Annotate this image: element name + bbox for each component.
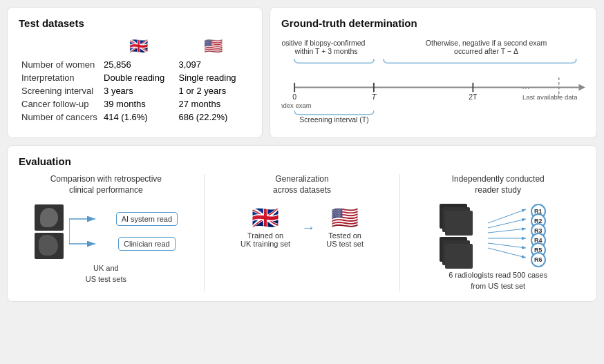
svg-text:2T: 2T (469, 93, 478, 101)
us-value: 27 months (176, 97, 251, 111)
eval-col-generalization: Generalizationacross datasets 🇬🇧 Trained… (215, 174, 390, 291)
table-row: Interpretation Double reading Single rea… (19, 71, 251, 84)
svg-text:...: ... (522, 81, 529, 91)
svg-text:Last available data: Last available data (522, 93, 578, 101)
evaluation-content: Comparison with retrospectiveclinical pe… (19, 174, 585, 291)
us-flag: 🇺🇸 (176, 36, 251, 58)
ground-truth-panel: Ground-truth determination Positive if b… (270, 7, 597, 138)
row-label: Number of women (19, 58, 101, 71)
eval-col1-title: Comparison with retrospectiveclinical pe… (50, 174, 162, 195)
eval-col1-bottom: UK andUS test sets (86, 263, 126, 285)
table-row: Screening interval 3 years 1 or 2 years (19, 84, 251, 97)
uk-value: 25,856 (101, 58, 176, 71)
svg-line-31 (488, 248, 526, 258)
uk-value: 39 months (101, 97, 176, 111)
row-label: Interpretation (19, 71, 101, 84)
svg-text:Index exam: Index exam (281, 102, 312, 109)
mammo-images (35, 204, 64, 259)
svg-text:occurred after T − Δ: occurred after T − Δ (454, 47, 518, 55)
row-label: Cancer follow-up (19, 97, 101, 111)
read-boxes: AI system read Clinician read (116, 212, 178, 251)
table-row: Number of women 25,856 3,097 (19, 58, 251, 71)
uk-value: 414 (1.6%) (101, 111, 176, 124)
svg-line-27 (488, 219, 526, 228)
ai-read-box: AI system read (116, 212, 178, 226)
svg-line-28 (488, 229, 526, 233)
generalization-diagram: 🇬🇧 Trained onUK training set → 🇺🇸 Tested… (240, 207, 364, 248)
mammogram-top (35, 204, 64, 231)
reader-lines-svg (488, 204, 557, 266)
reader-lines-container: R1R2R3R4R5R6 (488, 204, 557, 266)
eval-col-comparison: Comparison with retrospectiveclinical pe… (19, 174, 194, 291)
mammogram-bottom (35, 233, 64, 259)
svg-text:0: 0 (292, 93, 296, 101)
us-value: Single reading (176, 71, 251, 84)
ai-diagram: AI system read Clinician read (35, 204, 178, 259)
evaluation-title: Evaluation (19, 155, 585, 167)
table-row: Cancer follow-up 39 months 27 months (19, 97, 251, 111)
svg-text:Screening interval (T): Screening interval (T) (299, 115, 369, 124)
svg-text:Positive if biopsy-confirmed: Positive if biopsy-confirmed (281, 39, 366, 47)
eval-col-reader-study: Independently conductedreader study (410, 174, 585, 291)
eval-col3-title: Independently conductedreader study (452, 174, 545, 195)
gen-us-label: Tested onUS test set (326, 231, 364, 248)
eval-col2-title: Generalizationacross datasets (273, 174, 331, 195)
clinician-read-box: Clinician read (118, 237, 176, 251)
row-label: Screening interval (19, 84, 101, 97)
test-datasets-title: Test datasets (19, 17, 251, 29)
ground-truth-title: Ground-truth determination (281, 17, 585, 29)
gen-us-flag: 🇺🇸 (331, 207, 359, 229)
reader-circle-r6: R6 (531, 252, 546, 267)
us-value: 1 or 2 years (176, 84, 251, 97)
test-datasets-panel: Test datasets 🇬🇧 🇺🇸 Number of women 25,8… (7, 7, 263, 138)
uk-flag-col: 🇬🇧 Trained onUK training set (240, 207, 290, 248)
uk-value: Double reading (101, 71, 176, 84)
svg-text:within T + 3 months: within T + 3 months (294, 47, 357, 55)
uk-flag: 🇬🇧 (101, 36, 176, 58)
us-flag-col: 🇺🇸 Tested onUS test set (326, 207, 364, 248)
gen-uk-label: Trained onUK training set (240, 231, 290, 248)
svg-text:T: T (371, 93, 377, 101)
reader-mammo-6 (445, 244, 473, 269)
eval-col3-bottom: 6 radiologists read 500 casesfrom US tes… (449, 270, 547, 291)
table-row: Number of cancers 414 (1.6%) 686 (22.2%) (19, 111, 251, 124)
reader-study-diagram: R1R2R3R4R5R6 (440, 204, 557, 266)
us-value: 686 (22.2%) (176, 111, 251, 124)
row-label: Number of cancers (19, 111, 101, 124)
svg-marker-9 (578, 84, 585, 91)
gen-uk-flag: 🇬🇧 (252, 207, 279, 229)
reader-mammos (440, 204, 481, 266)
us-value: 3,097 (176, 58, 251, 71)
svg-line-30 (488, 243, 526, 248)
ai-arrows-svg (69, 204, 111, 259)
reader-mammo-3 (445, 211, 473, 236)
gen-arrow: → (301, 220, 315, 236)
svg-text:Otherwise, negative if a secon: Otherwise, negative if a second exam (426, 39, 547, 47)
uk-value: 3 years (101, 84, 176, 97)
ground-truth-diagram: Positive if biopsy-confirmed within T + … (281, 36, 585, 128)
evaluation-panel: Evaluation Comparison with retrospective… (7, 145, 597, 302)
svg-line-26 (488, 209, 526, 223)
test-datasets-table: 🇬🇧 🇺🇸 Number of women 25,856 3,097 Inter… (19, 36, 251, 124)
